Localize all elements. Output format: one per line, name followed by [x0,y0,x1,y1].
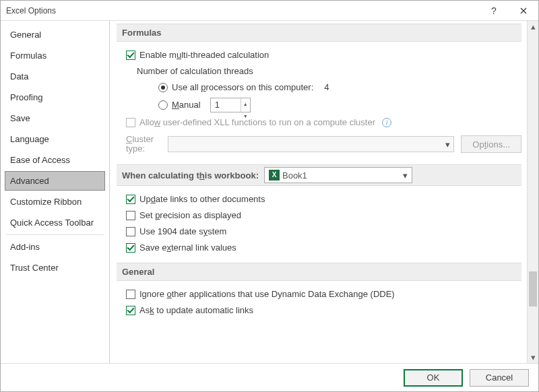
section-heading-label: Formulas [122,28,162,38]
update-links-checkbox[interactable] [126,195,135,204]
close-button[interactable] [509,1,538,21]
section-heading-workbook: When calculating this workbook: Book1 ▾ [117,164,521,186]
ok-button[interactable]: OK [404,369,463,387]
use-1904-row: Use 1904 date system [118,224,521,240]
help-button[interactable]: ? [479,1,509,21]
allow-xll-row: Allow user-defined XLL functions to run … [118,115,521,131]
sidebar-item-label: Ease of Access [10,155,70,165]
window-title: Excel Options [6,6,56,15]
manual-threads-label: Manual [172,99,201,111]
sidebar-item-data[interactable]: Data [5,67,105,86]
save-external-row: Save external link values [118,240,521,256]
cluster-options-button: Options... [461,135,521,153]
sidebar-item-label: Quick Access Toolbar [10,218,94,228]
enable-multithreaded-label: Enable multi-threaded calculation [139,49,269,61]
sidebar-item-language[interactable]: Language [5,129,105,149]
sidebar-item-proofing[interactable]: Proofing [5,88,105,107]
section-heading-label: General [122,267,154,277]
sidebar-item-label: Formulas [10,51,46,61]
cluster-type-label: Cluster type: [126,135,161,154]
workbook-selector-value: Book1 [265,170,400,181]
spinner-up-icon[interactable]: ▲ [241,98,250,110]
sidebar-item-customize-ribbon[interactable]: Customize Ribbon [5,192,105,211]
update-links-label: Update links to other documents [139,193,265,205]
manual-threads-value: 1 [211,98,241,112]
section-heading-general: General [117,263,521,281]
section-heading-label: When calculating this workbook: [122,170,259,181]
threads-count-label: Number of calculation threads [137,65,253,77]
allow-xll-label: Allow user-defined XLL functions to run … [139,117,375,129]
use-all-processors-label: Use all processors on this computer: [172,81,313,94]
category-sidebar: General Formulas Data Proofing Save Lang… [1,21,110,363]
scroll-down-icon[interactable]: ▾ [528,352,538,363]
set-precision-label: Set precision as displayed [139,209,241,222]
sidebar-item-label: Proofing [10,92,42,102]
save-external-checkbox[interactable] [126,243,135,253]
use-1904-checkbox[interactable] [126,227,135,236]
chevron-down-icon: ▾ [441,139,453,150]
allow-xll-checkbox [126,118,135,127]
set-precision-row: Set precision as displayed [118,207,521,224]
spinner-buttons: ▲ ▼ [241,98,250,112]
workbook-selector-combo[interactable]: Book1 ▾ [264,167,412,183]
manual-threads-spinner[interactable]: 1 ▲ ▼ [210,98,251,112]
excel-options-dialog: Excel Options ? General Formulas Data Pr… [0,0,539,392]
sidebar-item-formulas[interactable]: Formulas [5,46,105,65]
cancel-button[interactable]: Cancel [470,369,529,387]
advanced-options-panel: Formulas Enable multi-threaded calculati… [110,21,527,363]
save-external-label: Save external link values [139,242,236,254]
sidebar-item-label: Advanced [10,176,49,186]
dialog-body: General Formulas Data Proofing Save Lang… [1,21,538,363]
ask-update-label: Ask to update automatic links [139,304,253,317]
sidebar-item-quick-access-toolbar[interactable]: Quick Access Toolbar [5,213,105,232]
use-all-processors-radio[interactable] [158,83,168,92]
section-heading-formulas: Formulas [117,24,521,42]
cancel-button-label: Cancel [486,372,513,383]
vertical-scrollbar[interactable]: ▴ ▾ [527,21,538,363]
sidebar-item-add-ins[interactable]: Add-ins [5,237,105,257]
sidebar-item-label: Language [10,134,49,144]
ignore-dde-label: Ignore other applications that use Dynam… [139,288,395,300]
sidebar-item-label: Trust Center [10,263,59,273]
update-links-row: Update links to other documents [118,191,521,207]
use-all-processors-row: Use all processors on this computer: 4 [118,79,521,96]
cluster-type-combo: ▾ [168,136,454,152]
ignore-dde-checkbox[interactable] [126,290,135,299]
sidebar-item-ease-of-access[interactable]: Ease of Access [5,150,105,170]
cluster-options-label: Options... [472,139,510,150]
sidebar-item-label: Save [10,113,30,123]
sidebar-separator [6,234,104,235]
close-icon [520,7,527,14]
sidebar-item-general[interactable]: General [5,25,105,44]
excel-workbook-icon [269,170,280,181]
sidebar-item-label: Add-ins [10,242,40,252]
cluster-type-row: Cluster type: ▾ Options... [118,131,521,158]
sidebar-item-advanced[interactable]: Advanced [5,171,105,191]
info-icon[interactable]: i [382,118,391,127]
manual-threads-row: Manual 1 ▲ ▼ [118,96,521,115]
use-1904-label: Use 1904 date system [139,226,226,238]
ok-button-label: OK [427,372,440,383]
content-wrap: Formulas Enable multi-threaded calculati… [110,21,538,363]
ask-update-row: Ask to update automatic links [118,302,521,319]
ignore-dde-row: Ignore other applications that use Dynam… [118,286,521,302]
processor-count-value: 4 [324,81,329,94]
scroll-thumb[interactable] [529,271,537,306]
chevron-down-icon: ▾ [400,170,412,181]
sidebar-item-trust-center[interactable]: Trust Center [5,258,105,277]
sidebar-item-label: Customize Ribbon [10,197,82,207]
sidebar-item-save[interactable]: Save [5,108,105,128]
scroll-up-icon[interactable]: ▴ [528,21,538,32]
sidebar-item-label: Data [10,71,28,81]
set-precision-checkbox[interactable] [126,211,135,220]
workbook-name: Book1 [282,170,307,181]
ask-update-checkbox[interactable] [126,306,135,315]
manual-threads-radio[interactable] [158,100,168,110]
dialog-footer: OK Cancel [1,363,538,391]
sidebar-item-label: General [10,30,41,40]
enable-multithreaded-row: Enable multi-threaded calculation [118,47,521,63]
enable-multithreaded-checkbox[interactable] [126,51,135,60]
threads-label-row: Number of calculation threads [118,63,521,79]
titlebar: Excel Options ? [1,1,538,21]
